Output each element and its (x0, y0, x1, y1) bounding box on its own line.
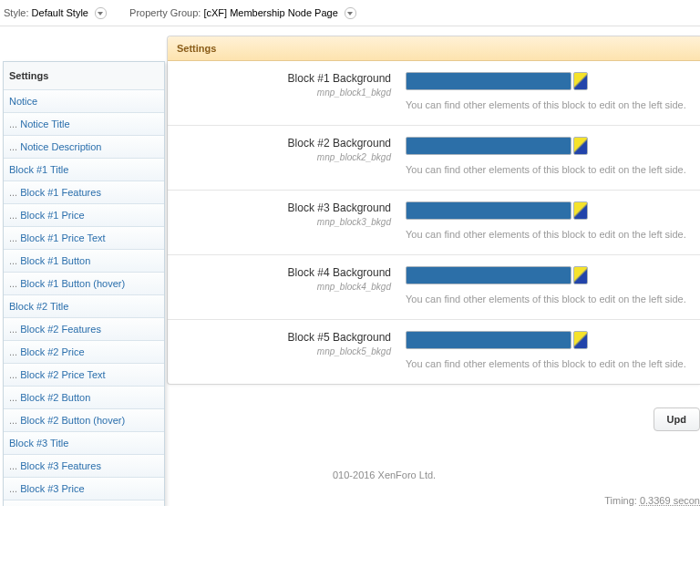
color-input[interactable] (406, 201, 571, 220)
timing-label: Timing: (604, 495, 640, 506)
property-help: You can find other elements of this bloc… (406, 294, 691, 304)
property-title: Block #4 Background (177, 266, 391, 279)
sidebar-item-label: Block #1 Title (9, 164, 68, 175)
property-row: Block #3 Backgroundmnp_block3_bkgdYou ca… (168, 191, 700, 255)
sidebar-item[interactable]: ... Block #2 Price (4, 340, 164, 363)
update-button[interactable]: Upd (654, 407, 700, 431)
sidebar-heading: Settings (4, 61, 164, 89)
sidebar-item[interactable]: ... Block #2 Price Text (4, 363, 164, 386)
timing-value: 0.3369 secon (640, 495, 700, 506)
sidebar-item[interactable]: ... Block #3 Features (4, 454, 164, 477)
property-title: Block #1 Background (177, 72, 391, 85)
color-input[interactable] (406, 72, 571, 90)
sidebar: Settings Notice... Notice Title... Notic… (3, 61, 165, 506)
sidebar-item-label: Block #2 Button (hover) (20, 415, 125, 426)
sidebar-item[interactable]: ... Block #1 Price (4, 203, 164, 226)
sidebar-item[interactable]: ... Block #2 Button (4, 386, 164, 408)
sidebar-item-label: Block #2 Features (20, 324, 101, 335)
sidebar-item[interactable]: Block #1 Title (4, 158, 164, 181)
sidebar-item[interactable]: Block #3 Title (4, 431, 164, 454)
sidebar-item-label: Notice (9, 96, 37, 107)
property-row: Block #5 Backgroundmnp_block5_bkgdYou ca… (168, 320, 700, 384)
property-id: mnp_block1_bkgd (177, 88, 391, 98)
sidebar-item-label: Block #1 Price Text (20, 232, 105, 243)
property-help: You can find other elements of this bloc… (406, 229, 691, 240)
color-input[interactable] (406, 331, 571, 349)
property-id: mnp_block5_bkgd (177, 346, 391, 356)
sidebar-item-label: Block #2 Price (20, 346, 84, 357)
sidebar-item[interactable]: ... Block #3 Price (4, 477, 164, 500)
sidebar-item[interactable]: ... Notice Title (4, 112, 164, 135)
style-value: Default Style (32, 7, 88, 18)
sidebar-item[interactable]: ... Block #3 Price Text (4, 500, 164, 506)
property-id: mnp_block3_bkgd (177, 217, 391, 227)
property-title: Block #5 Background (177, 331, 391, 344)
sidebar-item[interactable]: ... Block #1 Button (4, 249, 164, 272)
sidebar-item[interactable]: ... Block #1 Price Text (4, 226, 164, 249)
sidebar-item[interactable]: ... Block #2 Features (4, 317, 164, 340)
sidebar-item[interactable]: ... Block #1 Button (hover) (4, 272, 164, 294)
color-picker-icon[interactable] (573, 266, 588, 284)
sidebar-item-label: Block #1 Price (20, 210, 84, 221)
style-label: Style: (4, 7, 29, 18)
sidebar-item[interactable]: Notice (4, 89, 164, 112)
property-row: Block #1 Backgroundmnp_block1_bkgdYou ca… (168, 61, 700, 126)
group-label: Property Group: (129, 7, 201, 18)
color-picker-icon[interactable] (573, 72, 588, 90)
sidebar-item-label: Block #3 Features (20, 460, 101, 471)
color-input[interactable] (406, 137, 571, 155)
property-help: You can find other elements of this bloc… (406, 164, 691, 175)
sidebar-item-label: Block #1 Button (hover) (20, 278, 125, 289)
panel-title: Settings (168, 36, 700, 61)
sidebar-item[interactable]: Block #2 Title (4, 294, 164, 317)
sidebar-item[interactable]: ... Block #1 Features (4, 181, 164, 203)
color-picker-icon[interactable] (573, 331, 588, 349)
property-help: You can find other elements of this bloc… (406, 99, 691, 110)
sidebar-item-label: Block #2 Button (20, 392, 90, 403)
property-id: mnp_block2_bkgd (177, 152, 391, 162)
sidebar-item-label: Block #1 Button (20, 255, 90, 266)
color-input[interactable] (406, 266, 571, 284)
property-id: mnp_block4_bkgd (177, 282, 391, 292)
sidebar-item-label: Block #1 Features (20, 187, 101, 198)
settings-panel: Settings Block #1 Backgroundmnp_block1_b… (167, 36, 700, 385)
breadcrumb: Style: Default Style Property Group: [cX… (0, 0, 700, 26)
color-picker-icon[interactable] (573, 137, 588, 155)
property-title: Block #2 Background (177, 137, 391, 150)
property-row: Block #2 Backgroundmnp_block2_bkgdYou ca… (168, 126, 700, 191)
property-row: Block #4 Backgroundmnp_block4_bkgdYou ca… (168, 255, 700, 320)
property-help: You can find other elements of this bloc… (406, 358, 691, 369)
group-value: [cXF] Membership Node Page (203, 7, 337, 18)
chevron-down-icon[interactable] (345, 7, 356, 19)
sidebar-item-label: Block #2 Title (9, 301, 68, 312)
copyright: 010-2016 XenForo Ltd. (333, 469, 700, 480)
sidebar-item-label: Notice Description (20, 141, 101, 152)
sidebar-item-label: Notice Title (20, 119, 69, 129)
chevron-down-icon[interactable] (95, 7, 107, 19)
sidebar-item[interactable]: ... Notice Description (4, 135, 164, 158)
sidebar-item-label: Block #3 Price (20, 483, 84, 494)
sidebar-item-label: Block #2 Price Text (20, 369, 105, 380)
sidebar-item[interactable]: ... Block #2 Button (hover) (4, 408, 164, 431)
property-title: Block #3 Background (177, 201, 391, 214)
sidebar-item-label: Block #3 Title (9, 438, 68, 449)
color-picker-icon[interactable] (573, 201, 588, 220)
